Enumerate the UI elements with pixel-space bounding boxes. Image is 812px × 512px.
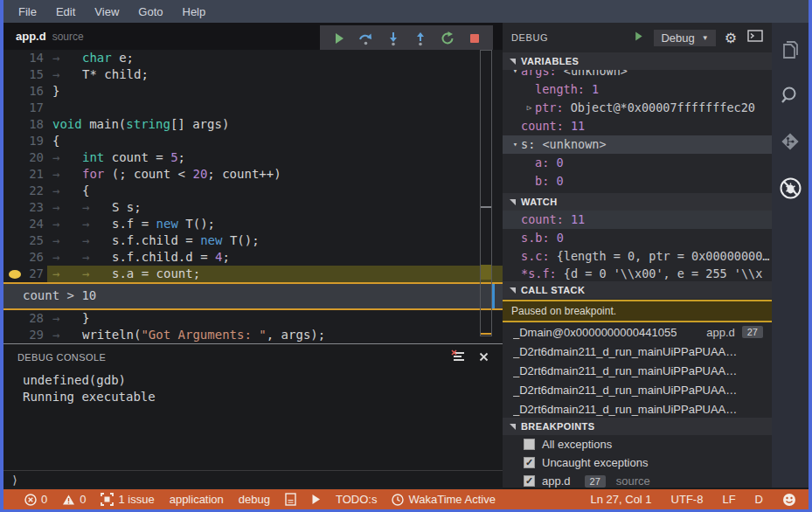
code-line[interactable]: 17	[3, 100, 503, 116]
section-variables[interactable]: VARIABLES	[503, 52, 772, 70]
status-item-icon[interactable]	[285, 493, 296, 506]
code-line-content: →}	[52, 310, 89, 327]
code-line[interactable]: 18void main(string[] args)	[3, 116, 503, 133]
line-number: 15	[3, 66, 44, 83]
variable-row[interactable]: ▷ptr: Object@*0x00007fffffffec20	[503, 99, 772, 117]
variable-row[interactable]: length: 1	[503, 80, 772, 99]
status-item-d[interactable]: D	[755, 493, 763, 506]
code-line[interactable]: 22→{	[3, 183, 503, 199]
stop-button[interactable]	[465, 30, 484, 47]
code-line[interactable]: 15→T* child;	[3, 66, 503, 83]
step-into-icon	[385, 31, 401, 46]
expand-arrow-icon[interactable]: ▷	[524, 99, 535, 117]
step-out-button[interactable]	[411, 30, 430, 47]
code-line[interactable]: 25→→s.f.child = new T();	[3, 232, 503, 249]
restart-button[interactable]	[438, 30, 457, 47]
debug-config-dropdown[interactable]: Debug ▼	[654, 30, 715, 46]
breakpoint-row[interactable]: All exceptions	[503, 435, 772, 453]
feedback-smiley-button[interactable]	[782, 493, 796, 507]
start-debug-button[interactable]	[632, 30, 645, 46]
clear-console-button[interactable]	[451, 349, 465, 366]
open-debug-console-button[interactable]	[747, 30, 763, 45]
code-editor[interactable]: 14→char e;15→T* child;16}1718void main(s…	[3, 50, 503, 343]
section-variables-label: VARIABLES	[521, 56, 579, 66]
breakpoint-row[interactable]: ✓app.d27source	[503, 472, 772, 489]
menu-item-help[interactable]: Help	[175, 3, 214, 21]
callstack-frame[interactable]: _D2rt6dmain211_d_run_mainUiPPaPUAA…	[503, 342, 772, 361]
watch-row[interactable]: s.c: {length = 0, ptr = 0x00000000…	[503, 247, 772, 266]
variable-row[interactable]: ▾s: <unknown>	[503, 135, 772, 154]
status-item-lf[interactable]: LF	[722, 493, 735, 506]
variable-row[interactable]: a: 0	[503, 154, 772, 172]
code-line[interactable]: 27→→s.a = count;	[3, 266, 503, 282]
debug-view-button[interactable]	[778, 176, 802, 200]
tab-file-name: app.d	[16, 30, 46, 43]
menu-item-file[interactable]: File	[10, 3, 45, 21]
line-number: 14	[3, 50, 44, 66]
breakpoint-row[interactable]: ✓Uncaught exceptions	[503, 453, 772, 472]
console-prompt: ⟩	[11, 474, 18, 487]
code-line[interactable]: 16}	[3, 83, 503, 100]
breakpoint-checkbox[interactable]: ✓	[524, 457, 535, 468]
status-item-0[interactable]: 0	[24, 493, 47, 506]
watch-row[interactable]: s.b: 0	[503, 229, 772, 247]
menu-item-edit[interactable]: Edit	[48, 3, 83, 21]
continue-button[interactable]	[330, 30, 349, 47]
breakpoint-checkbox[interactable]: ✓	[524, 475, 535, 487]
status-item-application[interactable]: application	[170, 493, 224, 506]
close-console-button[interactable]	[479, 349, 489, 365]
code-line[interactable]: 26→→s.f.child.d = 4;	[3, 249, 503, 266]
section-callstack[interactable]: CALL STACK	[503, 281, 772, 299]
callstack-frame[interactable]: _D2rt6dmain211_d_run_mainUiPPaPUAA…	[503, 399, 772, 418]
step-over-button[interactable]	[357, 30, 376, 47]
app-window: FileEditViewGotoHelp app.d source	[0, 0, 812, 512]
code-line[interactable]: 14→char e;	[3, 50, 503, 66]
code-line[interactable]: 23→→S s;	[3, 199, 503, 216]
breakpoint-condition-text: count > 10	[23, 288, 96, 302]
breakpoint-checkbox[interactable]	[524, 439, 535, 450]
search-view-button[interactable]	[778, 83, 802, 107]
step-into-button[interactable]	[384, 30, 403, 47]
variable-row-content: length: 1	[524, 80, 599, 99]
menu-item-goto[interactable]: Goto	[130, 3, 170, 21]
breakpoint-condition-widget[interactable]: count > 10	[3, 282, 503, 310]
status-item-todo-s[interactable]: TODO:s	[336, 493, 377, 506]
variable-row-content: ▾s: <unknown>	[510, 135, 607, 154]
section-breakpoints[interactable]: BREAKPOINTS	[503, 418, 772, 435]
watch-row[interactable]: count: 11	[503, 211, 772, 229]
callstack-frame[interactable]: _D2rt6dmain211_d_run_mainUiPPaPUAA…	[503, 380, 772, 399]
status-item-1-issue[interactable]: 1 issue	[101, 493, 154, 506]
section-watch[interactable]: WATCH	[503, 193, 772, 211]
expand-arrow-icon[interactable]: ▾	[510, 70, 521, 80]
code-line[interactable]: 29→writeln("Got Arguments: ", args);	[3, 327, 503, 343]
code-token: void	[52, 117, 82, 131]
git-view-button[interactable]	[778, 129, 802, 154]
variable-row[interactable]: ▾args: <unknown>	[503, 70, 772, 80]
code-line[interactable]: 19{	[3, 133, 503, 149]
debug-console-input[interactable]: ⟩	[3, 470, 503, 488]
callstack-frame[interactable]: _Dmain@0x0000000000441055app.d27	[503, 322, 772, 342]
status-item-ln-27-col-1[interactable]: Ln 27, Col 1	[590, 493, 651, 506]
status-item-utf-8[interactable]: UTF-8	[671, 493, 704, 506]
expand-arrow-icon[interactable]: ▾	[510, 135, 521, 154]
callstack-frame[interactable]: _D2rt6dmain211_d_run_mainUiPPaPUAA…	[503, 361, 772, 380]
variable-row[interactable]: count: 11	[503, 117, 772, 135]
status-item-wakatime-active[interactable]: WakaTime Active	[392, 493, 495, 506]
variable-row[interactable]: b: 0	[503, 172, 772, 190]
explorer-view-button[interactable]	[778, 37, 802, 61]
status-item-icon[interactable]	[311, 494, 321, 505]
code-line[interactable]: 21→for (; count < 20; count++)	[3, 166, 503, 183]
code-line[interactable]: 28→}	[3, 310, 503, 327]
clock-icon	[392, 494, 404, 506]
tab-app-d[interactable]: app.d source	[3, 23, 96, 50]
code-line[interactable]: 20→int count = 5;	[3, 149, 503, 166]
menu-item-view[interactable]: View	[87, 3, 127, 21]
code-line[interactable]: 24→→s.f = new T();	[3, 216, 503, 232]
line-number: 17	[3, 100, 44, 116]
watch-row[interactable]: *s.f: {d = 0 '\\x00', e = 255 '\\x	[503, 266, 772, 281]
debug-settings-button[interactable]: ⚙	[725, 30, 737, 46]
editor-scrollbar[interactable]	[480, 50, 492, 336]
status-item-debug[interactable]: debug	[239, 493, 270, 506]
line-number: 26	[3, 249, 44, 266]
status-item-0[interactable]: 0	[62, 493, 86, 506]
